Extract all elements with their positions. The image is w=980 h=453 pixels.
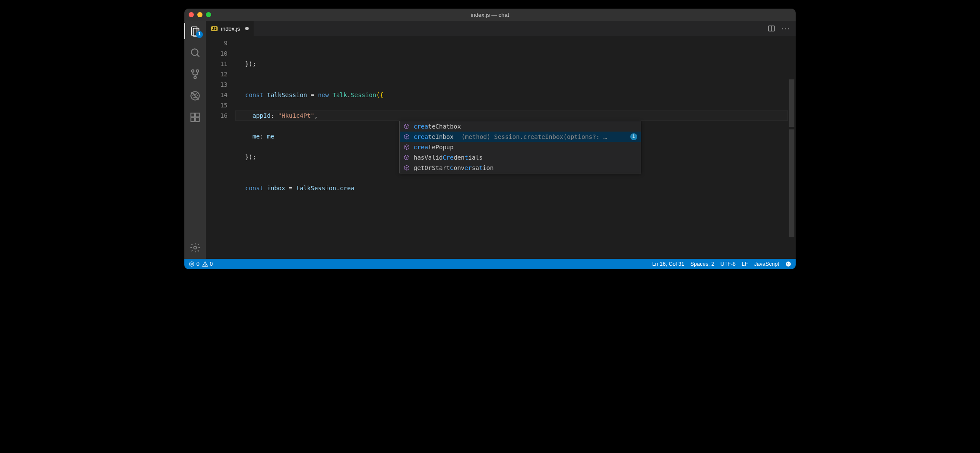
debug-icon[interactable]	[189, 90, 201, 102]
svg-rect-13	[196, 118, 199, 122]
vscode-window: index.js — chat 1	[184, 9, 796, 269]
minimap[interactable]	[788, 36, 796, 259]
suggest-label: createPopup	[414, 142, 454, 152]
line-number: 16	[206, 110, 228, 121]
code-editor[interactable]: 910111213141516 }); const talkSession = …	[206, 36, 796, 259]
split-editor-icon[interactable]	[768, 25, 775, 32]
svg-rect-11	[196, 113, 199, 117]
encoding[interactable]: UTF-8	[721, 261, 736, 267]
extensions-icon[interactable]	[189, 111, 201, 123]
line-number: 15	[206, 100, 228, 110]
source-control-icon[interactable]	[189, 68, 201, 80]
problems-errors[interactable]: 0	[189, 261, 199, 267]
method-icon	[403, 133, 410, 140]
minimize-window-button[interactable]	[197, 12, 202, 17]
problems-warnings[interactable]: 0	[202, 261, 213, 267]
method-icon	[403, 154, 410, 161]
error-icon	[189, 261, 195, 267]
search-icon[interactable]	[189, 47, 201, 59]
explorer-badge: 1	[196, 31, 203, 38]
svg-point-23	[787, 263, 788, 264]
svg-point-22	[786, 261, 791, 267]
tab-index-js[interactable]: JS index.js	[206, 21, 254, 36]
suggest-detail: (method) Session.createInbox(options?: …	[462, 132, 624, 142]
suggest-item[interactable]: hasValidCredentials	[400, 152, 641, 163]
line-number: 10	[206, 48, 228, 59]
line-number: 9	[206, 38, 228, 48]
svg-point-24	[789, 263, 790, 264]
cursor-position[interactable]: Ln 16, Col 31	[652, 261, 684, 267]
method-icon	[403, 144, 410, 151]
close-window-button[interactable]	[189, 12, 194, 17]
info-icon[interactable]: i	[630, 133, 637, 140]
code-content[interactable]: }); const talkSession = new Talk.Session…	[235, 36, 788, 259]
more-actions-icon[interactable]: ···	[781, 25, 790, 32]
line-number: 14	[206, 90, 228, 100]
main-area: 1	[184, 21, 796, 259]
line-number: 11	[206, 59, 228, 69]
editor-group: JS index.js ··· 910111213141516 }); cons…	[206, 21, 796, 259]
tab-label: index.js	[221, 25, 240, 32]
svg-point-21	[205, 265, 205, 266]
intellisense-suggest-widget[interactable]: createChatboxcreateInbox(method) Session…	[399, 121, 641, 173]
line-number: 13	[206, 79, 228, 90]
error-count: 0	[196, 261, 199, 267]
suggest-item[interactable]: createPopup	[400, 142, 641, 152]
suggest-label: createChatbox	[414, 121, 461, 132]
svg-point-4	[192, 70, 194, 72]
method-icon	[403, 164, 410, 171]
svg-rect-12	[191, 118, 195, 122]
svg-point-2	[191, 49, 198, 55]
activitybar: 1	[184, 21, 206, 259]
warning-count: 0	[210, 261, 213, 267]
eol[interactable]: LF	[742, 261, 748, 267]
language-mode[interactable]: JavaScript	[754, 261, 779, 267]
svg-point-6	[194, 76, 196, 79]
dirty-indicator-icon	[245, 27, 249, 30]
svg-line-3	[197, 54, 199, 57]
js-file-icon: JS	[211, 26, 218, 31]
svg-point-14	[194, 246, 197, 249]
svg-rect-10	[191, 113, 195, 117]
suggest-label: hasValidCredentials	[414, 152, 483, 163]
suggest-label: createInbox	[414, 132, 454, 142]
current-line-highlight	[235, 110, 788, 121]
suggest-item[interactable]: createInbox(method) Session.createInbox(…	[400, 132, 641, 142]
warning-icon	[202, 261, 208, 267]
line-number-gutter: 910111213141516	[206, 36, 235, 259]
line-number: 12	[206, 69, 228, 79]
titlebar[interactable]: index.js — chat	[184, 9, 796, 21]
settings-gear-icon[interactable]	[189, 242, 201, 254]
window-title: index.js — chat	[184, 12, 796, 18]
suggest-label: getOrStartConversation	[414, 163, 493, 173]
method-icon	[403, 123, 410, 130]
explorer-icon[interactable]: 1	[189, 25, 201, 37]
suggest-item[interactable]: getOrStartConversation	[400, 163, 641, 173]
statusbar: 0 0 Ln 16, Col 31 Spaces: 2 UTF-8 LF Jav…	[184, 259, 796, 269]
zoom-window-button[interactable]	[206, 12, 211, 17]
indentation[interactable]: Spaces: 2	[690, 261, 714, 267]
window-controls	[189, 12, 211, 17]
svg-point-5	[196, 70, 199, 72]
suggest-item[interactable]: createChatbox	[400, 121, 641, 132]
tabbar: JS index.js ···	[206, 21, 796, 36]
editor-actions: ···	[762, 21, 796, 36]
feedback-smiley-icon[interactable]	[785, 261, 791, 267]
